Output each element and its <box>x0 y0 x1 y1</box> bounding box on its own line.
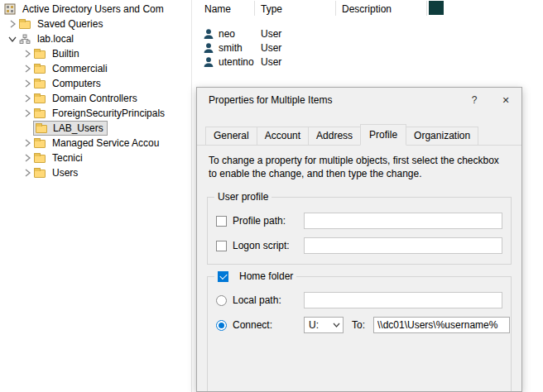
profile-path-row: Profile path: <box>216 213 502 229</box>
tree-item-foreign-security-principals[interactable]: ForeignSecurityPrincipals <box>0 106 191 121</box>
tree-item-computers[interactable]: Computers <box>0 76 191 91</box>
tab-organization[interactable]: Organization <box>406 127 478 145</box>
tree-item-label: Builtin <box>50 47 82 60</box>
tree-item-label: Tecnici <box>50 151 85 165</box>
list-rows: neo User smith User utentino User <box>193 26 543 69</box>
tree-item-saved-queries[interactable]: Saved Queries <box>0 17 191 31</box>
connect-radio[interactable] <box>216 320 227 331</box>
column-separator[interactable] <box>426 1 427 16</box>
profile-path-label: Profile path: <box>233 215 304 227</box>
user-type: User <box>261 42 281 54</box>
list-header: Name Type Description <box>193 0 543 17</box>
chevron-right-icon[interactable] <box>22 152 33 164</box>
tab-account[interactable]: Account <box>257 127 309 145</box>
user-name: utentino <box>219 56 254 68</box>
tree-item-label: Domain Controllers <box>50 92 140 105</box>
drive-letter-select[interactable]: U: <box>304 317 344 333</box>
column-header-name[interactable]: Name <box>204 3 231 15</box>
logon-script-checkbox[interactable] <box>216 241 227 251</box>
aduc-window: Active Directory Users and Com Saved Que… <box>0 0 543 392</box>
tree-item-label: Managed Service Accou <box>50 136 161 150</box>
tree-item-users[interactable]: Users <box>0 165 191 180</box>
tree-item-label: Computers <box>50 77 103 90</box>
tree-item-label: Users <box>50 166 80 179</box>
home-folder-legend: Home folder <box>214 270 296 282</box>
user-icon <box>203 28 214 40</box>
drive-letter-value: U: <box>305 319 329 331</box>
column-header-description[interactable]: Description <box>342 3 392 15</box>
chevron-down-icon[interactable] <box>7 33 18 45</box>
user-name: neo <box>219 28 235 40</box>
chevron-right-icon[interactable] <box>22 63 33 74</box>
user-profile-group: User profile Profile path: Logon script: <box>207 197 512 265</box>
properties-dialog: Properties for Multiple Items ? ✕ Genera… <box>196 87 522 392</box>
tab-profile[interactable]: Profile <box>360 124 406 146</box>
column-separator[interactable] <box>335 1 336 16</box>
connect-label: Connect: <box>233 319 304 331</box>
local-path-radio[interactable] <box>216 295 227 306</box>
profile-path-checkbox[interactable] <box>216 216 227 227</box>
user-profile-legend-label: User profile <box>218 191 268 203</box>
chevron-right-icon[interactable] <box>7 18 18 30</box>
folder-icon <box>33 167 46 179</box>
connect-row: Connect: U: To: <box>216 317 502 333</box>
tree-item-tecnici[interactable]: Tecnici <box>0 151 191 165</box>
list-item-neo[interactable]: neo User <box>193 26 543 41</box>
chevron-right-icon[interactable] <box>22 137 33 149</box>
chevron-right-icon[interactable] <box>22 78 33 89</box>
tab-address[interactable]: Address <box>308 127 361 145</box>
chevron-right-icon[interactable] <box>22 93 33 104</box>
user-icon <box>203 42 214 54</box>
chevron-right-icon[interactable] <box>22 167 33 179</box>
tree-item-label: Saved Queries <box>35 17 105 31</box>
local-path-row: Local path: <box>216 292 502 308</box>
tree-item-label: Active Directory Users and Com <box>20 2 166 16</box>
local-path-label: Local path: <box>233 294 304 306</box>
logon-script-input[interactable] <box>304 237 502 254</box>
tree-item-commerciali[interactable]: Commerciali <box>0 61 191 76</box>
column-header-type[interactable]: Type <box>261 3 282 15</box>
close-button[interactable]: ✕ <box>490 88 521 112</box>
dialog-titlebar: Properties for Multiple Items ? ✕ <box>197 88 521 112</box>
active-directory-icon <box>3 3 17 15</box>
home-folder-legend-label: Home folder <box>239 270 293 282</box>
profile-path-input[interactable] <box>304 213 502 229</box>
tree-item-label: LAB_Users <box>50 122 106 135</box>
chevron-right-icon[interactable] <box>22 108 33 119</box>
folder-icon <box>33 63 46 74</box>
user-type: User <box>261 56 281 68</box>
console-tree-pane: Active Directory Users and Com Saved Que… <box>0 0 192 392</box>
list-item-utentino[interactable]: utentino User <box>193 55 543 69</box>
tab-general[interactable]: General <box>205 127 257 145</box>
folder-icon <box>18 18 31 30</box>
folder-icon <box>33 137 46 149</box>
logon-script-row: Logon script: <box>216 237 502 254</box>
domain-icon <box>18 33 31 45</box>
chevron-down-icon <box>329 323 343 327</box>
tree-item-label: ForeignSecurityPrincipals <box>50 107 167 120</box>
tree-item-domain-controllers[interactable]: Domain Controllers <box>0 91 191 106</box>
local-path-input[interactable] <box>304 292 502 308</box>
folder-icon <box>33 93 46 104</box>
help-button[interactable]: ? <box>459 88 490 112</box>
user-name: smith <box>219 42 243 54</box>
header-corner-block <box>429 1 444 15</box>
tree-item-managed-service-accounts[interactable]: Managed Service Accou <box>0 136 191 151</box>
tree-item-builtin[interactable]: Builtin <box>0 46 191 61</box>
user-profile-legend: User profile <box>214 191 272 203</box>
folder-icon <box>33 152 46 164</box>
chevron-right-icon[interactable] <box>22 48 33 60</box>
tab-description-text: To change a property for multiple object… <box>209 154 510 180</box>
folder-icon <box>35 122 48 134</box>
column-separator[interactable] <box>254 1 255 16</box>
tree-item-lab-users[interactable]: LAB_Users <box>0 121 191 136</box>
tree-item-root[interactable]: Active Directory Users and Com <box>0 2 191 17</box>
home-folder-checkbox[interactable] <box>218 271 228 282</box>
list-item-smith[interactable]: smith User <box>193 41 543 55</box>
tab-strip: General Account Address Profile Organiza… <box>197 124 521 146</box>
folder-icon <box>33 78 46 89</box>
connect-path-input[interactable] <box>373 317 510 333</box>
tree-selection[interactable]: LAB_Users <box>33 121 108 136</box>
tree-item-lab-local[interactable]: lab.local <box>0 31 191 46</box>
folder-icon <box>33 108 46 119</box>
